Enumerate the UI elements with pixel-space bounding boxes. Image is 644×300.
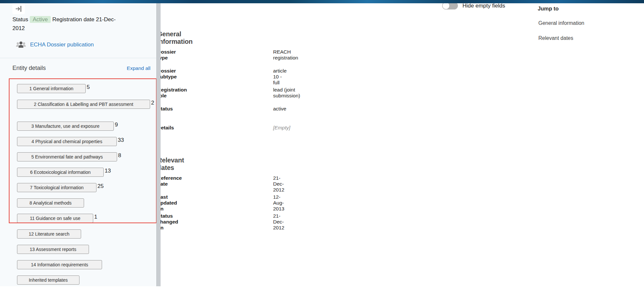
collapse-panel-button[interactable] [12,3,25,14]
field-label: Reference date [157,175,182,187]
people-group-icon [16,41,26,49]
sidebar-divider [0,58,156,58]
arrow-to-bar-right-icon [15,6,23,12]
section-row: 2 Classification & Labelling and PBT ass… [17,100,154,109]
section-row: 8 Analytical methods [17,198,85,208]
field-value: 12-Aug-2013 [273,194,284,212]
field-value: article 10 - full [273,68,287,86]
echa-dossier-publication-link[interactable]: ECHA Dossier publication [30,42,94,48]
section-count: 33 [118,137,124,143]
relevant-dates-title: Relevant dates [157,157,184,172]
section-row: 1 General information 5 [17,84,90,93]
sidebar-section-button-toxicological-information[interactable]: 7 Toxicological information [17,183,96,192]
section-count: 13 [105,168,111,174]
sidebar-section-button-ecotoxicological-information[interactable]: 6 Ecotoxicological information [17,168,104,177]
sidebar-section-button-literature-search[interactable]: 12 Literature search [17,229,81,239]
section-row: 11 Guidance on safe use 1 [17,214,97,223]
jump-to-title: Jump to [538,6,559,12]
section-row: 4 Physical and chemical properties 33 [17,137,124,146]
section-row: Inherited templates [17,275,80,285]
section-row: 3 Manufacture, use and exposure 9 [17,122,118,131]
section-count: 1 [94,214,97,220]
section-row: 7 Toxicological information 25 [17,183,104,192]
section-count: 5 [87,84,90,90]
field-value: 21-Dec-2012 [273,175,284,193]
field-value: 21-Dec-2012 [273,213,284,231]
sidebar-section-button-information-requirements[interactable]: 14 Information requirements [17,260,102,269]
sidebar-scrollbar[interactable] [156,3,161,286]
section-row: 5 Environmental fate and pathways 8 [17,152,121,161]
section-count: 9 [115,122,118,127]
section-count: 25 [97,183,104,189]
section-row: 14 Information requirements [17,260,103,269]
field-label: Registration role [157,87,187,99]
sidebar-section-button-inherited-templates[interactable]: Inherited templates [17,275,79,285]
top-navigation-bar [0,0,644,3]
sidebar-section-button-assessment-reports[interactable]: 13 Assessment reports [17,245,89,254]
jump-link-general-information[interactable]: General information [538,20,584,26]
section-count: 8 [118,152,121,158]
section-count: 2 [151,100,154,106]
sidebar-section-button-guidance-on-safe-use[interactable]: 11 Guidance on safe use [17,214,93,223]
status-label: Status [12,16,28,23]
section-row: 13 Assessment reports [17,245,90,254]
section-row: 12 Literature search [17,229,82,239]
hide-empty-fields-label: Hide empty fields [462,3,505,9]
sidebar-section-button-environmental-fate[interactable]: 5 Environmental fate and pathways [17,152,117,161]
sidebar-section-button-general-information[interactable]: 1 General information [17,84,86,93]
field-value: lead (joint submission) [273,87,300,99]
registration-date-text: Registration date 21-Dec-2012 [12,16,116,31]
expand-all-link[interactable]: Expand all [127,65,150,71]
sidebar-section-button-classification-labelling[interactable]: 2 Classification & Labelling and PBT ass… [17,100,150,109]
entity-link-row: ECHA Dossier publication [16,41,94,49]
sidebar-section-button-analytical-methods[interactable]: 8 Analytical methods [17,198,84,208]
status-badge: Active [30,16,51,23]
field-value: active [273,106,287,112]
section-row: 6 Ecotoxicological information 13 [17,168,111,177]
entity-details-title: Entity details [12,65,46,72]
entity-details-sidebar: Status Active Registration date 21-Dec-2… [0,3,156,286]
sidebar-section-button-physical-chemical-properties[interactable]: 4 Physical and chemical properties [17,137,117,146]
field-value-empty: [Empty] [273,125,290,131]
general-information-title: General information [157,30,193,45]
jump-link-relevant-dates[interactable]: Relevant dates [538,35,573,41]
field-value: REACH registration [273,49,298,61]
sidebar-section-button-manufacture-use-exposure[interactable]: 3 Manufacture, use and exposure [17,122,114,131]
status-line: Status Active Registration date 21-Dec-2… [12,15,122,33]
